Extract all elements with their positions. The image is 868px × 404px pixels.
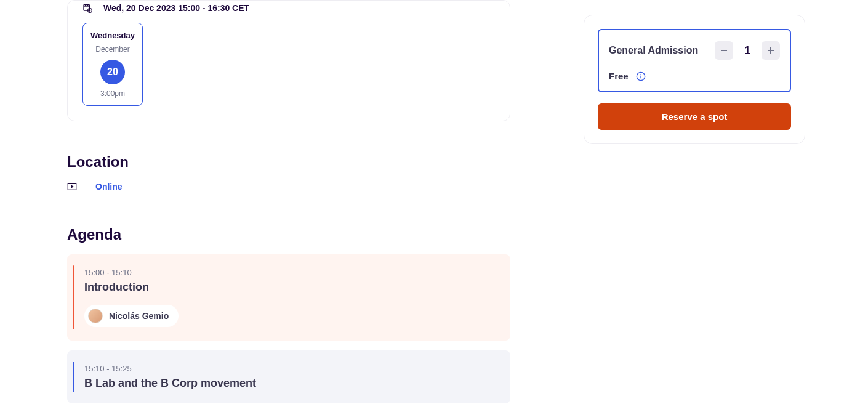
svg-point-12 <box>640 74 641 75</box>
agenda-item-title: B Lab and the B Corp movement <box>84 377 493 390</box>
calendar-check-icon <box>82 3 92 13</box>
avatar <box>88 309 103 323</box>
ticket-box[interactable]: General Admission 1 Free <box>598 29 791 92</box>
speaker-chip: Nicolás Gemio <box>84 305 179 327</box>
agenda-item: 15:00 - 15:10 Introduction Nicolás Gemio <box>67 254 510 341</box>
svg-rect-0 <box>84 5 89 10</box>
datetime-card: Wed, 20 Dec 2023 15:00 - 16:30 CET Wedne… <box>67 0 510 121</box>
plus-icon <box>767 47 774 54</box>
quantity-stepper: 1 <box>715 41 780 60</box>
speaker-name: Nicolás Gemio <box>109 311 169 321</box>
minus-icon <box>720 47 728 54</box>
agenda-item-title: Introduction <box>84 281 493 294</box>
quantity-value: 1 <box>744 44 750 57</box>
date-time: 3:00pm <box>88 89 137 98</box>
svg-marker-6 <box>71 185 74 188</box>
ticket-name: General Admission <box>609 45 698 56</box>
date-day-badge: 20 <box>100 60 125 84</box>
agenda-item: 15:10 - 15:25 B Lab and the B Corp movem… <box>67 350 510 403</box>
date-option-card[interactable]: Wednesday December 20 3:00pm <box>82 23 143 106</box>
reserve-button[interactable]: Reserve a spot <box>598 103 791 130</box>
datetime-full-text: Wed, 20 Dec 2023 15:00 - 16:30 CET <box>103 3 249 13</box>
online-video-icon <box>67 182 77 191</box>
increment-button[interactable] <box>762 41 780 60</box>
checkout-panel: General Admission 1 Free Reserve a spot <box>584 15 805 144</box>
agenda-item-time: 15:10 - 15:25 <box>84 364 493 373</box>
decrement-button[interactable] <box>715 41 733 60</box>
date-dow: Wednesday <box>88 31 137 40</box>
agenda-heading: Agenda <box>67 226 510 243</box>
location-heading: Location <box>67 153 510 171</box>
location-mode: Online <box>95 182 123 192</box>
ticket-price: Free <box>609 71 629 81</box>
info-icon[interactable] <box>636 71 646 81</box>
agenda-item-time: 15:00 - 15:10 <box>84 268 493 277</box>
date-month: December <box>88 45 137 54</box>
